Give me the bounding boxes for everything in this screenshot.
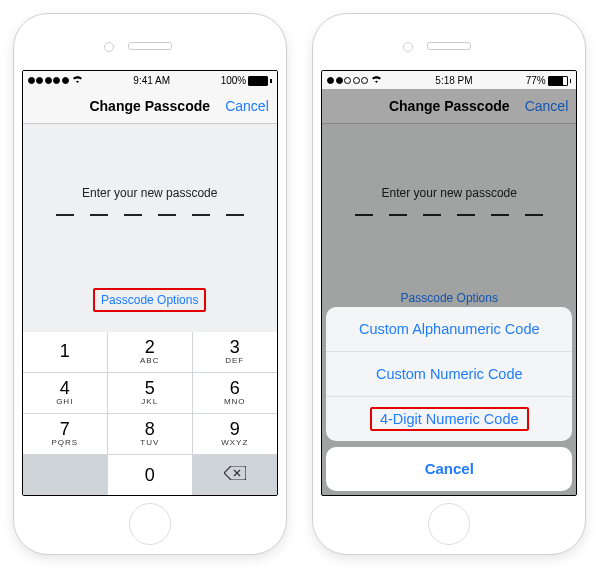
page-title: Change Passcode	[89, 98, 210, 114]
home-button[interactable]	[129, 503, 171, 545]
phone-left: 9:41 AM 100% Change Passcode Cancel Ente…	[13, 13, 287, 555]
status-time: 9:41 AM	[133, 75, 170, 86]
speaker	[427, 42, 471, 50]
key-2[interactable]: 2ABC	[108, 332, 192, 372]
key-empty	[23, 455, 107, 495]
sheet-cancel[interactable]: Cancel	[326, 447, 572, 491]
key-3[interactable]: 3DEF	[193, 332, 277, 372]
speaker	[128, 42, 172, 50]
sheet-option-4digit[interactable]: 4-Digit Numeric Code	[326, 397, 572, 441]
status-bar: 9:41 AM 100%	[23, 71, 277, 89]
cancel-button[interactable]: Cancel	[225, 98, 269, 114]
front-camera	[403, 42, 413, 52]
prompt-text: Enter your new passcode	[82, 186, 217, 200]
battery-icon	[548, 76, 568, 86]
key-4[interactable]: 4GHI	[23, 373, 107, 413]
key-8[interactable]: 8TUV	[108, 414, 192, 454]
key-1[interactable]: 1	[23, 332, 107, 372]
backspace-icon	[224, 466, 246, 483]
wifi-icon	[371, 75, 382, 86]
status-time: 5:18 PM	[435, 75, 472, 86]
signal-dots	[327, 77, 368, 84]
front-camera	[104, 42, 114, 52]
numeric-keypad: 1 2ABC 3DEF 4GHI 5JKL 6MNO 7PQRS 8TUV 9W…	[23, 332, 277, 495]
screen: 5:18 PM 77% Change Passcode Cancel Enter…	[321, 70, 577, 496]
key-9[interactable]: 9WXYZ	[193, 414, 277, 454]
wifi-icon	[72, 75, 83, 86]
content-area: Enter your new passcode Passcode Options	[23, 124, 277, 332]
passcode-field[interactable]	[56, 214, 244, 216]
key-backspace[interactable]	[193, 455, 277, 495]
action-sheet: Custom Alphanumeric Code Custom Numeric …	[326, 307, 572, 491]
home-button[interactable]	[428, 503, 470, 545]
sheet-option-numeric[interactable]: Custom Numeric Code	[326, 352, 572, 397]
status-bar: 5:18 PM 77%	[322, 71, 576, 89]
key-7[interactable]: 7PQRS	[23, 414, 107, 454]
battery-percent: 100%	[221, 75, 247, 86]
key-0[interactable]: 0	[108, 455, 192, 495]
phone-right: 5:18 PM 77% Change Passcode Cancel Enter…	[312, 13, 586, 555]
key-6[interactable]: 6MNO	[193, 373, 277, 413]
sheet-option-alphanumeric[interactable]: Custom Alphanumeric Code	[326, 307, 572, 352]
battery-icon	[248, 76, 268, 86]
battery-percent: 77%	[526, 75, 546, 86]
passcode-options-link[interactable]: Passcode Options	[93, 288, 206, 312]
screen: 9:41 AM 100% Change Passcode Cancel Ente…	[22, 70, 278, 496]
key-5[interactable]: 5JKL	[108, 373, 192, 413]
nav-bar: Change Passcode Cancel	[23, 89, 277, 124]
signal-dots	[28, 77, 69, 84]
